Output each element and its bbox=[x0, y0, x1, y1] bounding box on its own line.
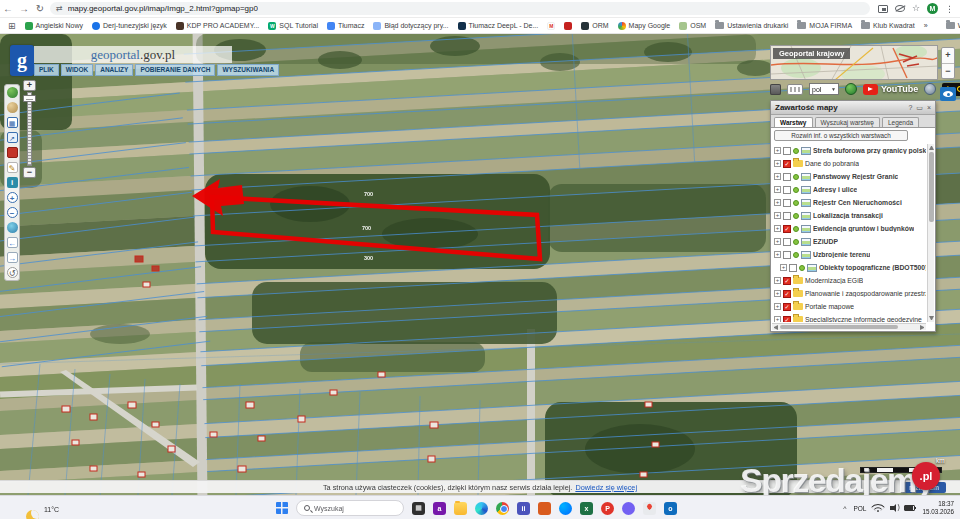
zoom-out-button[interactable]: − bbox=[23, 167, 36, 178]
layer-checkbox[interactable] bbox=[783, 303, 791, 311]
print-icon[interactable] bbox=[7, 147, 18, 158]
minimap-zoom-in[interactable]: + bbox=[942, 48, 954, 64]
keyboard-icon[interactable] bbox=[787, 84, 803, 95]
bookmark-item[interactable]: Mapy Google bbox=[618, 22, 671, 30]
viber-app-icon[interactable] bbox=[622, 502, 635, 515]
bookmark-item[interactable]: Derj-tunezyjski język bbox=[92, 22, 167, 30]
layer-checkbox[interactable] bbox=[783, 199, 791, 207]
layer-row[interactable]: Państwowy Rejestr Granic bbox=[772, 170, 926, 183]
layer-checkbox[interactable] bbox=[783, 212, 791, 220]
layer-row[interactable]: Rejestr Cen Nieruchomości bbox=[772, 196, 926, 209]
layer-row[interactable]: Lokalizacja transakcji bbox=[772, 209, 926, 222]
bookmark-folder[interactable]: Klub Kwadrat bbox=[861, 22, 915, 29]
apps-grid-icon[interactable]: ⊞ bbox=[8, 21, 16, 31]
panel-vertical-scrollbar[interactable] bbox=[927, 144, 934, 322]
basemap-icon[interactable] bbox=[7, 102, 18, 113]
tab-legenda[interactable]: Legenda bbox=[882, 117, 919, 127]
chrome-browser-icon[interactable] bbox=[496, 502, 509, 515]
layer-row[interactable]: Planowanie i zagospodarowanie przestrzen… bbox=[772, 287, 926, 300]
messenger-app-icon[interactable] bbox=[559, 502, 572, 515]
cookie-learn-more-link[interactable]: Dowiedz się więcej bbox=[575, 483, 637, 492]
weather-widget[interactable]: 11°CBezchmurnie bbox=[26, 498, 79, 519]
layer-row[interactable]: Modernizacja EGiB bbox=[772, 274, 926, 287]
expand-toggle-icon[interactable] bbox=[774, 225, 781, 232]
layer-checkbox[interactable] bbox=[789, 264, 797, 272]
bookmark-star-icon[interactable]: ☆ bbox=[912, 4, 920, 13]
layer-row[interactable]: Uzbrojenie terenu bbox=[772, 248, 926, 261]
expand-toggle-icon[interactable] bbox=[774, 160, 781, 167]
task-view-button[interactable]: ▦ bbox=[412, 502, 425, 515]
previous-view-icon[interactable]: ← bbox=[7, 237, 18, 248]
expand-toggle-icon[interactable] bbox=[774, 212, 781, 219]
menu-plik[interactable]: PLIK bbox=[34, 64, 59, 76]
postman-app-icon[interactable]: P bbox=[601, 502, 614, 515]
history-icon[interactable]: ↺ bbox=[7, 267, 18, 278]
bookmark-folder[interactable]: MOJA FIRMA bbox=[797, 22, 852, 29]
scroll-up-icon[interactable] bbox=[929, 145, 934, 150]
forward-icon[interactable]: → bbox=[16, 3, 32, 14]
layer-row[interactable]: Portale mapowe bbox=[772, 300, 926, 313]
start-button[interactable] bbox=[276, 502, 288, 514]
all-bookmarks[interactable]: Wszystkie zakładki bbox=[946, 22, 960, 29]
bookmark-item[interactable]: OSM bbox=[679, 22, 706, 30]
maps-app-icon[interactable] bbox=[643, 502, 656, 515]
url-text[interactable]: mapy.geoportal.gov.pl/imap/Imgp_2.html?g… bbox=[68, 4, 258, 13]
eye-off-icon[interactable] bbox=[895, 5, 905, 12]
layer-checkbox[interactable] bbox=[783, 186, 791, 194]
bookmark-item-icon-only[interactable] bbox=[564, 22, 572, 30]
layer-row[interactable]: Specjalistyczne informacje geodezyjne bbox=[772, 313, 926, 322]
wifi-icon[interactable] bbox=[873, 504, 883, 512]
layer-checkbox[interactable] bbox=[783, 160, 791, 168]
next-view-icon[interactable]: → bbox=[7, 252, 18, 263]
clock[interactable]: 18:3715.03.2026 bbox=[922, 500, 954, 516]
zoom-in-tool-icon[interactable]: + bbox=[7, 192, 18, 203]
layer-row[interactable]: EZiUDP bbox=[772, 235, 926, 248]
expand-toggle-icon[interactable] bbox=[774, 186, 781, 193]
bookmark-item[interactable]: Tłumacz DeepL - De... bbox=[458, 22, 539, 30]
layer-checkbox[interactable] bbox=[783, 238, 791, 246]
youtube-link[interactable]: YouTube bbox=[863, 84, 918, 95]
panel-close-icon[interactable]: × bbox=[927, 104, 931, 111]
taskbar-search[interactable]: Wyszukaj bbox=[296, 500, 404, 516]
expand-toggle-icon[interactable] bbox=[774, 199, 781, 206]
language-indicator[interactable]: POL bbox=[853, 505, 866, 512]
globe-icon[interactable] bbox=[7, 222, 18, 233]
globe-settings-icon[interactable] bbox=[924, 83, 936, 95]
full-extent-icon[interactable] bbox=[7, 87, 18, 98]
file-explorer-icon[interactable] bbox=[454, 502, 467, 515]
expand-toggle-icon[interactable] bbox=[780, 264, 787, 271]
access-app-icon[interactable]: a bbox=[433, 502, 446, 515]
minimap-zoom-out[interactable]: − bbox=[942, 64, 954, 79]
layer-checkbox[interactable] bbox=[783, 316, 791, 323]
bookmark-item[interactable]: KDP PRO ACADEMY... bbox=[176, 22, 260, 30]
scroll-thumb[interactable] bbox=[780, 325, 898, 329]
layer-checkbox[interactable] bbox=[783, 173, 791, 181]
reload-icon[interactable]: ↻ bbox=[32, 3, 48, 14]
cast-icon[interactable] bbox=[878, 5, 888, 13]
expand-toggle-icon[interactable] bbox=[774, 147, 781, 154]
expand-toggle-icon[interactable] bbox=[774, 303, 781, 310]
zoom-in-button[interactable]: + bbox=[23, 80, 36, 91]
scroll-right-icon[interactable] bbox=[920, 325, 925, 330]
volume-icon[interactable] bbox=[890, 506, 894, 510]
geoportal-logo[interactable]: g bbox=[10, 45, 34, 76]
grid-widget-icon[interactable] bbox=[770, 84, 781, 95]
accessibility-eye-button[interactable] bbox=[940, 87, 956, 101]
tab-wyszukaj-warstwe[interactable]: Wyszukaj warstwę bbox=[815, 117, 880, 127]
tab-warstwy[interactable]: Warstwy bbox=[774, 117, 813, 127]
bookmark-item[interactable]: Błąd dotyczący pry... bbox=[373, 22, 448, 30]
expand-toggle-icon[interactable] bbox=[774, 277, 781, 284]
teams-app-icon[interactable]: ii bbox=[517, 502, 530, 515]
bookmark-item-gmail[interactable]: M bbox=[547, 22, 555, 30]
excel-app-icon[interactable]: x bbox=[580, 502, 593, 515]
bookmarks-overflow[interactable]: » bbox=[924, 22, 928, 29]
back-icon[interactable]: ← bbox=[0, 3, 16, 14]
url-bar[interactable]: ⇄ mapy.geoportal.gov.pl/imap/Imgp_2.html… bbox=[50, 2, 870, 15]
info-icon[interactable]: i bbox=[7, 177, 18, 188]
layer-row[interactable]: Obiekty topograficzne (BDOT500) bbox=[772, 261, 926, 274]
zoom-out-tool-icon[interactable]: − bbox=[7, 207, 18, 218]
bookmark-item[interactable]: ORM bbox=[581, 22, 608, 30]
bookmark-item[interactable]: Tłumacz bbox=[327, 22, 364, 30]
scroll-left-icon[interactable] bbox=[773, 325, 778, 330]
menu-wyszukiwania[interactable]: WYSZUKIWANIA bbox=[217, 64, 279, 76]
